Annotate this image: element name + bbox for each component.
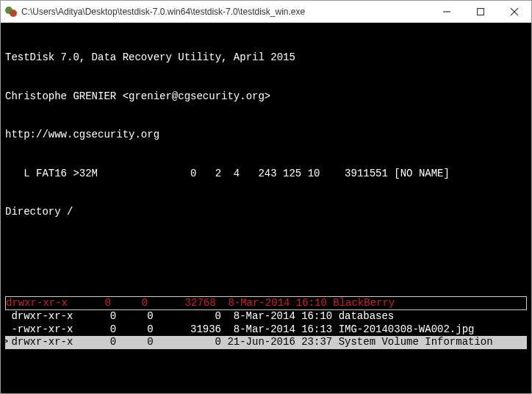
file-uid: 0 bbox=[73, 297, 110, 310]
file-name: databases bbox=[332, 310, 527, 323]
maximize-button[interactable] bbox=[464, 1, 497, 22]
file-gid: 0 bbox=[111, 297, 148, 310]
file-date: 21-Jun-2016 23:37 bbox=[221, 336, 332, 349]
spacer bbox=[5, 387, 527, 393]
header-product: TestDisk 7.0, Data Recovery Utility, Apr… bbox=[5, 51, 527, 65]
file-date: 8-Mar-2014 16:13 bbox=[221, 323, 332, 337]
app-window: C:\Users\Aditya\Desktop\testdisk-7.0.win… bbox=[0, 0, 532, 394]
blank-line bbox=[5, 245, 527, 258]
file-size: 32768 bbox=[148, 297, 215, 310]
file-size: 31936 bbox=[154, 323, 221, 337]
file-perm: drwxr-xr-x bbox=[6, 297, 73, 310]
file-gid: 0 bbox=[116, 323, 153, 337]
file-row[interactable]: drwxr-xr-x000 8-Mar-2014 16:10databases bbox=[5, 310, 527, 323]
svg-rect-3 bbox=[478, 8, 484, 15]
file-size: 0 bbox=[154, 336, 221, 349]
file-uid: 0 bbox=[79, 323, 116, 337]
file-size: 0 bbox=[154, 310, 221, 323]
file-gid: 0 bbox=[116, 336, 153, 349]
file-list: drwxr-xr-x0032768 8-Mar-2014 16:10BlackB… bbox=[5, 296, 527, 349]
window-title: C:\Users\Aditya\Desktop\testdisk-7.0.win… bbox=[21, 7, 430, 17]
file-uid: 0 bbox=[79, 336, 116, 349]
titlebar[interactable]: C:\Users\Aditya\Desktop\testdisk-7.0.win… bbox=[1, 1, 531, 23]
file-name: System Volume Information bbox=[332, 336, 527, 349]
file-gid: 0 bbox=[116, 310, 153, 323]
app-icon bbox=[5, 6, 17, 18]
terminal[interactable]: TestDisk 7.0, Data Recovery Utility, Apr… bbox=[1, 23, 531, 393]
header-author: Christophe GRENIER <grenier@cgsecurity.o… bbox=[5, 90, 527, 104]
file-uid: 0 bbox=[79, 310, 116, 323]
header-url: http://www.cgsecurity.org bbox=[5, 129, 527, 142]
file-date: 8-Mar-2014 16:10 bbox=[216, 297, 327, 310]
minimize-button[interactable] bbox=[430, 1, 464, 22]
svg-point-1 bbox=[10, 10, 17, 17]
directory-label: Directory / bbox=[5, 206, 527, 219]
close-button[interactable] bbox=[497, 1, 531, 22]
file-row[interactable]: -rwxr-xr-x0031936 8-Mar-2014 16:13IMG-20… bbox=[5, 323, 527, 337]
file-date: 8-Mar-2014 16:10 bbox=[221, 310, 332, 323]
file-name: BlackBerry bbox=[327, 297, 526, 310]
partition-line: L FAT16 >32M 0 2 4 243 125 10 3911551 [N… bbox=[5, 168, 527, 181]
file-row[interactable]: drwxr-xr-x0032768 8-Mar-2014 16:10BlackB… bbox=[5, 296, 527, 311]
file-name: IMG-20140308-WA002.jpg bbox=[332, 323, 527, 337]
file-row[interactable]: drwxr-xr-x00021-Jun-2016 23:37System Vol… bbox=[5, 336, 527, 349]
window-controls bbox=[430, 1, 531, 22]
file-perm: -rwxr-xr-x bbox=[11, 323, 79, 337]
file-perm: drwxr-xr-x bbox=[11, 336, 79, 349]
file-perm: drwxr-xr-x bbox=[11, 310, 79, 323]
